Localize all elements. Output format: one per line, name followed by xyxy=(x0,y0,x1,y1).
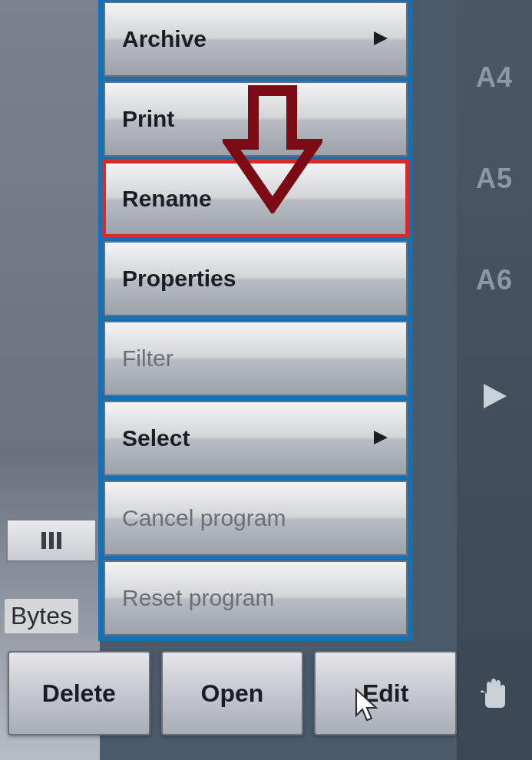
svg-marker-1 xyxy=(374,31,388,45)
menu-item-label: Print xyxy=(122,106,174,132)
menu-item-cancel-program: Cancel program xyxy=(104,481,408,556)
rail-label-a4: A4 xyxy=(476,61,513,94)
hand-icon[interactable] xyxy=(477,677,511,714)
menu-item-label: Reset program xyxy=(122,585,274,611)
menu-item-properties[interactable]: Properties xyxy=(104,241,408,316)
context-menu: Archive Print Rename Properties Filter S… xyxy=(98,0,413,641)
menu-item-label: Filter xyxy=(122,345,173,372)
menu-item-archive[interactable]: Archive xyxy=(104,2,408,77)
menu-item-select[interactable]: Select xyxy=(104,401,408,476)
rail-label-a5: A5 xyxy=(476,163,513,195)
rail-label-a6: A6 xyxy=(476,264,513,296)
menu-item-label: Archive xyxy=(122,26,207,52)
menu-item-label: Select xyxy=(122,425,190,451)
bytes-column-header: Bytes xyxy=(5,599,78,633)
menu-item-filter: Filter xyxy=(104,321,408,396)
edit-button[interactable]: Edit xyxy=(314,651,457,735)
open-button[interactable]: Open xyxy=(161,651,304,735)
play-icon[interactable] xyxy=(479,381,510,415)
menu-item-rename[interactable]: Rename xyxy=(104,161,408,236)
bottom-toolbar: Delete Open Edit xyxy=(0,651,457,735)
scrollbar-thumb[interactable] xyxy=(6,519,97,562)
svg-marker-0 xyxy=(484,384,507,408)
menu-item-label: Cancel program xyxy=(122,505,286,531)
button-label: Open xyxy=(201,679,264,708)
svg-marker-2 xyxy=(374,431,388,444)
menu-item-reset-program: Reset program xyxy=(104,560,408,636)
button-label: Delete xyxy=(42,679,116,708)
submenu-arrow-icon xyxy=(372,26,389,52)
delete-button[interactable]: Delete xyxy=(8,651,150,735)
menu-item-label: Rename xyxy=(122,186,212,212)
menu-item-print[interactable]: Print xyxy=(104,81,408,157)
submenu-arrow-icon xyxy=(372,425,389,451)
right-rail: A4 A5 A6 xyxy=(457,0,532,760)
menu-item-label: Properties xyxy=(122,266,236,292)
grip-icon xyxy=(41,532,61,549)
button-label: Edit xyxy=(362,679,408,708)
left-panel-background xyxy=(0,0,100,760)
